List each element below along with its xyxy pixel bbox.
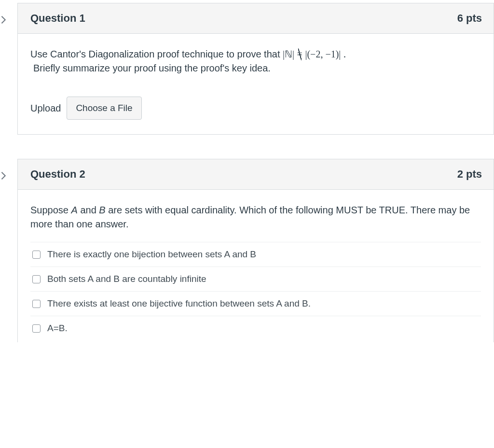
option-label: A=B. [47,323,68,334]
question-2-options: There is exactly one bijection between s… [30,242,481,340]
option-row[interactable]: A=B. [30,316,481,340]
option-label: There exists at least one bijective func… [47,298,311,309]
option-label: Both sets A and B are countably infinite [47,274,206,284]
question-2-status-icon [0,170,12,181]
question-2-row: Question 2 2 pts Suppose A and B are set… [0,159,494,342]
q2-p-b: and [78,205,99,215]
upload-label: Upload [30,98,67,119]
question-2-body: Suppose A and B are sets with equal card… [18,190,494,342]
upload-row: Upload Choose a File [30,97,481,120]
q1-prompt-line2: Briefly summarize your proof using the p… [33,61,481,75]
question-1-header: Question 1 6 pts [18,3,494,34]
question-1: Question 1 6 pts Use Cantor's Diagonaliz… [17,3,494,135]
q1-prompt-text-pre: Use Cantor's Diagonalization proof techn… [30,49,283,59]
q2-p-B: B [99,205,105,215]
question-1-status-icon [0,14,12,25]
checkbox[interactable] [32,275,41,283]
q1-math-lhs: |ℕ| [283,49,294,59]
choose-file-button[interactable]: Choose a File [67,97,141,120]
option-row[interactable]: Both sets A and B are countably infinite [30,266,481,291]
option-row[interactable]: There is exactly one bijection between s… [30,242,481,266]
question-2-prompt: Suppose A and B are sets with equal card… [30,203,481,231]
question-2-points: 2 pts [457,168,482,181]
checkbox[interactable] [32,300,41,308]
question-1-row: Question 1 6 pts Use Cantor's Diagonaliz… [0,3,494,135]
q2-p-A: A [71,205,78,215]
checkbox[interactable] [32,251,41,259]
question-1-prompt: Use Cantor's Diagonalization proof techn… [30,47,481,75]
quiz-page: Question 1 6 pts Use Cantor's Diagonaliz… [0,3,494,352]
question-1-title: Question 1 [30,12,85,25]
checkbox[interactable] [32,324,41,333]
q1-math-neq: = [297,47,302,61]
q1-math-rhs: |(−2, −1)| [305,49,341,59]
question-1-points: 6 pts [457,12,482,25]
file-name-display [142,97,481,120]
chevron-right-icon [0,14,8,25]
option-row[interactable]: There exists at least one bijective func… [30,291,481,316]
question-2: Question 2 2 pts Suppose A and B are set… [17,159,494,342]
q1-math-period: . [343,49,346,59]
question-1-body: Use Cantor's Diagonalization proof techn… [18,34,494,134]
chevron-right-icon [0,170,8,181]
q2-p-a: Suppose [30,205,71,215]
option-label: There is exactly one bijection between s… [47,249,256,260]
question-2-title: Question 2 [30,168,85,181]
question-2-header: Question 2 2 pts [18,159,494,190]
